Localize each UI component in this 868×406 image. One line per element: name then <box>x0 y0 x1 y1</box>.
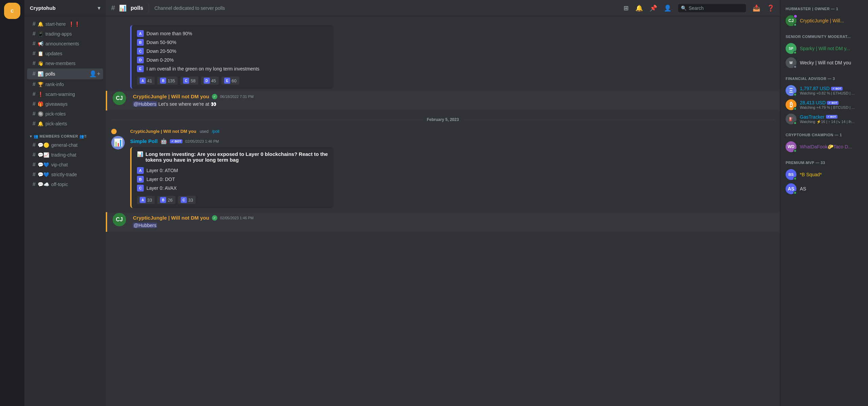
member-bsquad-name: *B Squad* <box>800 172 863 177</box>
wecky-status-dot <box>793 65 797 68</box>
member-ethusd-bot[interactable]: Ξ 1,797.87 USD ✓ BOT Watching +0.82 % | … <box>783 83 865 98</box>
member-btc-avatar: ₿ <box>786 99 796 110</box>
channel-item-pick-alerts[interactable]: # 🔔 pick-alerts <box>27 119 103 128</box>
channel-item-updates[interactable]: # 📋 updates <box>27 49 103 58</box>
btc-status-dot <box>793 107 797 110</box>
btc-bot-badge: ✓ BOT <box>827 101 839 105</box>
vote-e[interactable]: E 60 <box>221 77 239 85</box>
channel-item-off-topic[interactable]: # 💬☁️ off-topic <box>27 180 103 189</box>
member-crypticjungle-name: CrypticJungle | Will... <box>800 18 863 23</box>
members-category-financial-advisor: FINANCIAL ADVISOR — 3 Ξ 1,797.87 USD ✓ B… <box>783 75 865 126</box>
search-bar[interactable]: 🔍 Search <box>678 4 746 12</box>
topbar-divider <box>149 4 149 12</box>
member-crypticjungle[interactable]: CJ CrypticJungle | Will... <box>783 14 865 28</box>
purple-status-dot <box>793 14 797 18</box>
message2-timestamp: 02/05/2023 1:46 PM <box>220 216 254 220</box>
channel-item-strictly-trade[interactable]: # 💬💙 strictly-trade <box>27 170 103 179</box>
slash-command-text: /poll <box>212 129 219 134</box>
channel-item-vip-chat[interactable]: # 💬💙 vip-chat <box>27 160 103 169</box>
channel-item-announcements[interactable]: # 📢 announcements <box>27 39 103 48</box>
gas-bot-badge: ✓ BOT <box>826 115 837 119</box>
poll1-option-c: C Down 20-50% <box>137 47 328 56</box>
eth-bot-badge: ✓ BOT <box>831 87 843 90</box>
poll2-votes: A 33 B 26 C 33 <box>137 196 328 204</box>
hash-icon: # <box>33 31 36 37</box>
member-as-name: AS <box>800 186 863 191</box>
members-icon[interactable]: 👤 <box>664 4 671 12</box>
member-sparky[interactable]: SP Sparky | Will not DM y... <box>783 41 865 56</box>
member-btc-name: 28,413 USD <box>800 100 826 105</box>
hash-icon: # <box>33 60 36 66</box>
server-header[interactable]: Cryptohub ▾ <box>24 0 106 16</box>
server-dropdown-icon[interactable]: ▾ <box>98 5 100 11</box>
channel-item-start-here[interactable]: # 🔔 start-here ❗❗ <box>27 19 103 29</box>
messages-area: A Down more than 90% B Down 50-90% C Dow… <box>106 16 780 406</box>
channel-item-rank-info[interactable]: # 🏆 rank-info <box>27 80 103 89</box>
inbox-icon[interactable]: 📥 <box>753 4 760 12</box>
hash-icon: # <box>33 50 36 57</box>
channel-item-pick-roles[interactable]: # 🔘 pick-roles <box>27 109 103 119</box>
member-whatdafook-avatar: WD <box>786 141 796 152</box>
avatar-crypticjungle: CJ <box>113 92 126 105</box>
channel-item-scam-warning[interactable]: # ❗ scam-warning <box>27 89 103 99</box>
message1-author-line: CrypticJungle | Will not DM you ✓ 06/18/… <box>133 94 774 99</box>
date-separator-feb5: February 5, 2023 <box>106 112 780 127</box>
hash-icon: # <box>33 71 36 77</box>
vote-a[interactable]: A 41 <box>137 77 155 85</box>
member-crypticjungle-info: CrypticJungle | Will... <box>800 18 863 23</box>
member-as[interactable]: AS AS <box>783 182 865 196</box>
member-whatdafook[interactable]: WD WhatDaFook🌮Taco D... <box>783 140 865 154</box>
search-icon: 🔍 <box>681 5 687 11</box>
notifications-icon[interactable]: 🔔 <box>635 4 643 12</box>
members-category-champion: CRYPTOHUB CHAMPION — 1 WD WhatDaFook🌮Tac… <box>783 131 865 154</box>
poll1-votes: A 41 B 135 C 58 D 45 <box>137 77 328 85</box>
poll2-bot-avatar: 📊 <box>111 136 125 149</box>
vote-d[interactable]: D 45 <box>201 77 219 85</box>
poll1-option-d: D Down 0-20% <box>137 56 328 64</box>
poll2-vote-b[interactable]: B 26 <box>157 196 175 204</box>
member-gastracker-bot[interactable]: ⛽ GasTracker ✓ BOT Watching ⚡16 | ↑ 14 |… <box>783 112 865 126</box>
pin-icon[interactable]: 📌 <box>650 4 657 12</box>
member-bsquad-avatar: BS <box>786 169 796 180</box>
message1-group: CJ CrypticJungle | Will not DM you ✓ 06/… <box>106 91 780 110</box>
channel-item-giveaways[interactable]: # 🎁 giveaways <box>27 99 103 109</box>
poll1-option-e: E I am overall in the green on my long t… <box>137 64 328 73</box>
channel-item-new-members[interactable]: # 👋 new-members <box>27 59 103 68</box>
channel-item-trading-apps[interactable]: # 📱 trading-apps <box>27 29 103 39</box>
channel-hash-icon: # <box>111 4 115 12</box>
channel-item-polls[interactable]: # 📊 polls 👤+ <box>27 68 103 79</box>
help-icon[interactable]: ❓ <box>767 4 774 12</box>
gas-status-dot <box>793 121 797 125</box>
member-eth-name: 1,797.87 USD <box>800 86 830 91</box>
channel-item-trading-chat[interactable]: # 💬📈 trading-chat <box>27 150 103 160</box>
member-btcusd-bot[interactable]: ₿ 28,413 USD ✓ BOT Watching +4.79 % | BT… <box>783 98 865 112</box>
hash-icon: # <box>33 41 36 47</box>
search-placeholder: Search <box>689 5 704 11</box>
topbar-icons: ⊞ 🔔 📌 👤 🔍 Search 📥 ❓ <box>624 4 774 12</box>
topbar-channel-name: polls <box>131 5 143 11</box>
add-member-icon[interactable]: 👤+ <box>89 70 100 78</box>
member-bsquad[interactable]: BS *B Squad* <box>783 167 865 182</box>
hash-icon: # <box>33 162 36 168</box>
hash-icon: # <box>33 91 36 97</box>
hash-icon: # <box>33 101 36 107</box>
category-hubmaster-label: HUBMASTER | OWNER — 1 <box>783 5 865 12</box>
poll2-timestamp: 02/05/2023 1:46 PM <box>185 139 219 143</box>
channel-item-general-chat[interactable]: # 💬🟡 general-chat <box>27 140 103 150</box>
server-icon-cryptohub[interactable]: C <box>4 3 20 19</box>
message1-author: CrypticJungle | Will not DM you <box>133 94 209 99</box>
member-wecky[interactable]: W Wecky | Will not DM you <box>783 56 865 70</box>
vote-b[interactable]: B 135 <box>157 77 178 85</box>
poll2-vote-a[interactable]: A 33 <box>137 196 155 204</box>
status-dot-online <box>793 23 797 26</box>
member-eth-subtext: Watching +0.82 % | ETHUSD | ... <box>800 91 863 95</box>
member-whatdafook-name: WhatDaFook🌮Taco D... <box>800 144 863 149</box>
message2-author-line: CrypticJungle | Will not DM you ✓ 02/05/… <box>133 215 774 221</box>
used-slash-command: CrypticJungle | Will not DM you used /po… <box>106 127 780 135</box>
poll2-vote-c[interactable]: C 33 <box>178 196 196 204</box>
poll1-option-a: A Down more than 90% <box>137 29 328 38</box>
category-premium-label: PREMIUM-MVP — 33 <box>783 159 865 166</box>
vote-c[interactable]: C 58 <box>180 77 198 85</box>
threads-icon[interactable]: ⊞ <box>624 4 629 12</box>
message1-avatar: CJ <box>113 92 126 105</box>
